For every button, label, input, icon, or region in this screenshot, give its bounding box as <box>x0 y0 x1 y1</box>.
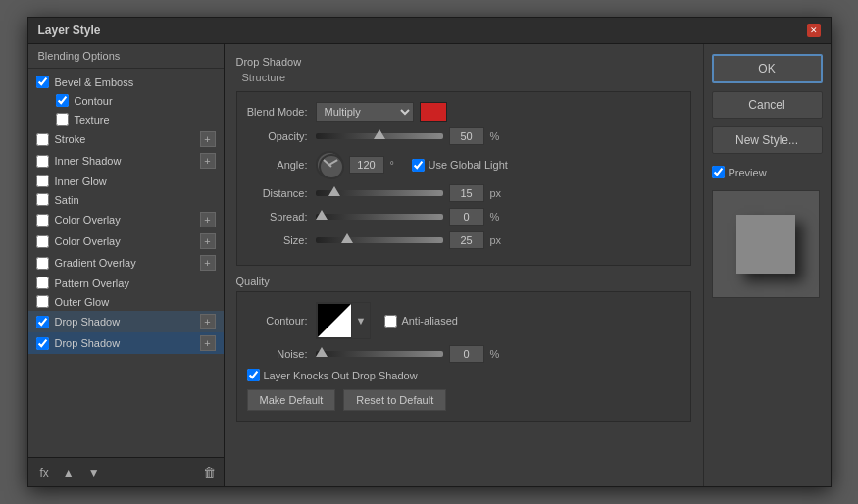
make-default-button[interactable]: Make Default <box>247 389 336 411</box>
drop-shadow-plus-btn[interactable]: + <box>200 314 216 329</box>
angle-label: Angle: <box>247 159 316 171</box>
distance-slider-track[interactable] <box>316 190 443 196</box>
opacity-slider-track[interactable] <box>316 133 443 139</box>
color-overlay2-plus-btn[interactable]: + <box>200 233 216 249</box>
spread-slider-track[interactable] <box>316 214 443 220</box>
opacity-label: Opacity: <box>247 130 316 142</box>
blend-mode-control: Multiply Normal Screen Overlay <box>316 102 681 122</box>
stroke-checkbox[interactable] <box>36 133 49 146</box>
preview-label[interactable]: Preview <box>712 166 823 178</box>
size-input[interactable] <box>449 231 484 249</box>
contour-checkbox[interactable] <box>56 94 69 107</box>
move-up-button[interactable]: ▲ <box>59 464 78 481</box>
quality-section-title: Quality <box>236 276 691 287</box>
opacity-unit: % <box>490 130 506 142</box>
color-swatch[interactable] <box>420 102 447 122</box>
close-button[interactable]: ✕ <box>807 24 821 37</box>
bevel-emboss-checkbox[interactable] <box>36 76 49 88</box>
new-style-button[interactable]: New Style... <box>712 126 823 154</box>
layer-item-pattern-overlay[interactable]: Pattern Overlay <box>28 274 224 292</box>
size-slider-track[interactable] <box>316 237 443 243</box>
color-overlay2-checkbox[interactable] <box>36 235 49 248</box>
angle-dial[interactable] <box>316 151 343 178</box>
blending-options-header[interactable]: Blending Options <box>28 44 224 69</box>
layer-knocks-out-checkbox[interactable] <box>247 369 260 381</box>
gradient-overlay-checkbox[interactable] <box>36 257 49 270</box>
layer-item-outer-glow[interactable]: Outer Glow <box>28 292 224 311</box>
texture-checkbox[interactable] <box>56 113 69 126</box>
anti-aliased-checkbox[interactable] <box>384 315 397 328</box>
layer-item-drop-shadow2[interactable]: Drop Shadow + <box>28 332 224 354</box>
contour-dropdown-arrow[interactable]: ▼ <box>352 315 371 327</box>
opacity-input[interactable] <box>449 127 484 145</box>
color-overlay2-label: Color Overlay <box>55 235 200 247</box>
layer-list: Bevel & Emboss Contour Texture Stroke + <box>28 69 224 457</box>
bottom-bar: fx ▲ ▼ 🗑 <box>28 457 224 486</box>
noise-slider-track[interactable] <box>316 351 443 357</box>
satin-label: Satin <box>55 194 216 206</box>
layer-item-contour[interactable]: Contour <box>28 91 224 110</box>
stroke-plus-btn[interactable]: + <box>200 131 216 147</box>
size-row: Size: px <box>247 231 681 249</box>
drop-shadow-checkbox[interactable] <box>36 316 49 328</box>
color-overlay-checkbox[interactable] <box>36 214 49 227</box>
blend-mode-select[interactable]: Multiply Normal Screen Overlay <box>316 102 414 122</box>
opacity-slider-thumb[interactable] <box>374 129 385 139</box>
spread-label: Spread: <box>247 211 316 223</box>
preview-checkbox[interactable] <box>712 166 725 178</box>
layer-item-stroke[interactable]: Stroke + <box>28 128 224 150</box>
angle-unit: ° <box>390 159 406 171</box>
blend-mode-label: Blend Mode: <box>247 106 316 118</box>
drop-shadow2-checkbox[interactable] <box>36 337 49 350</box>
noise-input[interactable] <box>449 345 484 363</box>
angle-input[interactable] <box>349 156 384 174</box>
inner-glow-checkbox[interactable] <box>36 175 49 187</box>
ok-button[interactable]: OK <box>712 54 823 83</box>
noise-unit: % <box>490 348 506 360</box>
layer-knocks-out-row: Layer Knocks Out Drop Shadow <box>247 369 681 381</box>
inner-shadow-checkbox[interactable] <box>36 155 49 168</box>
fx-button[interactable]: fx <box>36 464 53 481</box>
size-control: px <box>316 231 681 249</box>
gradient-overlay-plus-btn[interactable]: + <box>200 255 216 271</box>
cancel-button[interactable]: Cancel <box>712 91 823 119</box>
opacity-control: % <box>316 127 681 145</box>
layer-knocks-out-label[interactable]: Layer Knocks Out Drop Shadow <box>247 369 418 381</box>
spread-slider-thumb[interactable] <box>316 210 328 220</box>
layer-item-satin[interactable]: Satin <box>28 190 224 209</box>
contour-preview[interactable] <box>317 303 352 338</box>
distance-row: Distance: px <box>247 184 681 202</box>
layer-item-gradient-overlay[interactable]: Gradient Overlay + <box>28 252 224 274</box>
distance-input[interactable] <box>449 184 484 202</box>
section-title: Drop Shadow <box>236 56 691 68</box>
satin-checkbox[interactable] <box>36 193 49 206</box>
outer-glow-checkbox[interactable] <box>36 295 49 308</box>
spread-input[interactable] <box>449 208 484 226</box>
use-global-light-label[interactable]: Use Global Light <box>412 159 508 172</box>
contour-swatch[interactable]: ▼ <box>316 302 372 339</box>
reset-default-button[interactable]: Reset to Default <box>343 389 446 411</box>
size-slider-thumb[interactable] <box>341 233 353 243</box>
layer-item-color-overlay[interactable]: Color Overlay + <box>28 209 224 230</box>
color-overlay-plus-btn[interactable]: + <box>200 212 216 227</box>
main-panel: Drop Shadow Structure Blend Mode: Multip… <box>225 44 703 486</box>
layer-item-color-overlay2[interactable]: Color Overlay + <box>28 230 224 252</box>
pattern-overlay-checkbox[interactable] <box>36 277 49 289</box>
layer-item-drop-shadow[interactable]: Drop Shadow + <box>28 311 224 332</box>
layer-item-inner-glow[interactable]: Inner Glow <box>28 172 224 190</box>
dialog-body: Blending Options Bevel & Emboss Contour … <box>28 44 831 486</box>
anti-aliased-label[interactable]: Anti-aliased <box>384 315 457 328</box>
distance-slider-thumb[interactable] <box>328 186 340 196</box>
use-global-light-checkbox[interactable] <box>412 159 425 172</box>
noise-slider-thumb[interactable] <box>316 347 328 357</box>
layer-item-texture[interactable]: Texture <box>28 110 224 128</box>
drop-shadow2-plus-btn[interactable]: + <box>200 335 216 351</box>
move-down-button[interactable]: ▼ <box>84 464 104 481</box>
action-buttons: Make Default Reset to Default <box>247 389 681 411</box>
quality-box: Contour: ▼ <box>236 291 691 422</box>
layer-item-inner-shadow[interactable]: Inner Shadow + <box>28 150 224 172</box>
delete-button[interactable]: 🗑 <box>203 465 216 479</box>
gradient-overlay-label: Gradient Overlay <box>55 257 200 269</box>
inner-shadow-plus-btn[interactable]: + <box>200 153 216 169</box>
layer-item-bevel-emboss[interactable]: Bevel & Emboss <box>28 73 224 91</box>
